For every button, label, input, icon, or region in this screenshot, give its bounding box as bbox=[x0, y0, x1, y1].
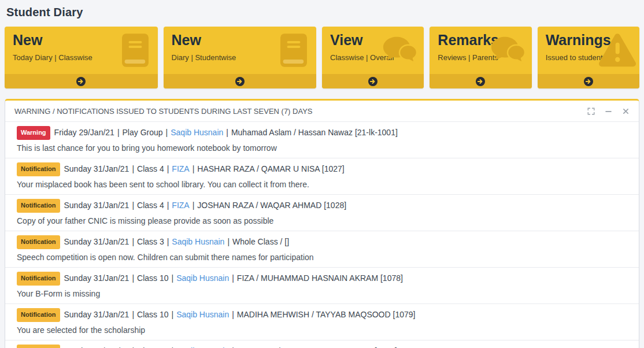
entry-student: JOSHAN RAZA / WAQAR AHMAD [1028] bbox=[197, 201, 346, 210]
separator: | bbox=[163, 128, 171, 137]
arrow-circle-right-icon bbox=[584, 77, 593, 86]
book-icon bbox=[277, 32, 310, 68]
notification-row: NotificationSunday 31/Jan/21|Class 10|Sa… bbox=[5, 267, 639, 303]
status-badge-notification: Notification bbox=[17, 272, 60, 286]
arrow-circle-right-icon bbox=[368, 77, 377, 86]
entry-date: Friday 29/Jan/21 bbox=[54, 128, 114, 137]
warnings-panel: WARNING / NOTIFICATIONS ISSUED TO STUDEN… bbox=[5, 99, 639, 348]
separator: | bbox=[229, 310, 237, 319]
entry-teacher-link[interactable]: FIZA bbox=[172, 201, 189, 210]
separator: | bbox=[168, 310, 176, 319]
warnings-panel-header: WARNING / NOTIFICATIONS ISSUED TO STUDEN… bbox=[5, 101, 639, 121]
arrow-circle-right-icon bbox=[235, 77, 245, 86]
close-icon[interactable] bbox=[622, 108, 630, 115]
status-badge-notification: Notification bbox=[17, 345, 60, 348]
comments-icon bbox=[490, 36, 526, 66]
separator: | bbox=[129, 164, 137, 173]
arrow-circle-right-icon bbox=[476, 77, 485, 86]
separator: | bbox=[190, 164, 198, 173]
card-go-button[interactable] bbox=[430, 74, 531, 88]
action-cards-row: New Today Diary | Classwise bbox=[5, 27, 639, 88]
warnings-panel-title: WARNING / NOTIFICATIONS ISSUED TO STUDEN… bbox=[14, 107, 587, 116]
card-go-button[interactable] bbox=[538, 74, 639, 88]
entry-class: Class 10 bbox=[137, 273, 168, 283]
separator: | bbox=[114, 128, 123, 137]
separator: | bbox=[129, 237, 137, 246]
separator: | bbox=[229, 273, 237, 283]
entry-student: HASHAR RAZA / QAMAR U NISA [1027] bbox=[197, 164, 344, 173]
entry-class: Class 10 bbox=[137, 310, 168, 319]
entry-message: Your misplaced book has been sent to sch… bbox=[17, 180, 630, 189]
separator: | bbox=[129, 201, 137, 210]
warning-triangle-icon bbox=[599, 34, 636, 67]
page-title: Student Diary bbox=[6, 6, 639, 19]
separator: | bbox=[164, 237, 172, 246]
entry-date: Sunday 31/Jan/21 bbox=[64, 201, 129, 210]
student-diary-page: Student Diary New Today Diary | Classwis… bbox=[0, 0, 644, 348]
entry-message: Your B-Form is missing bbox=[17, 289, 630, 298]
card-warnings-issued[interactable]: Warnings Issued to students bbox=[538, 27, 639, 88]
status-badge-notification: Notification bbox=[17, 162, 60, 176]
entry-teacher-link[interactable]: Saqib Husnain bbox=[176, 310, 229, 319]
entry-date: Sunday 31/Jan/21 bbox=[64, 310, 129, 319]
notification-row: NotificationSunday 31/Jan/21|Class 4|FIZ… bbox=[5, 158, 639, 194]
notification-row: NotificationSunday 31/Jan/21|Class 4|FIZ… bbox=[5, 194, 639, 231]
status-badge-notification: Notification bbox=[17, 308, 60, 322]
card-remarks-reviews-parents[interactable]: Remarks Reviews | Parents bbox=[430, 27, 531, 88]
entry-teacher-link[interactable]: Saqib Husnain bbox=[176, 273, 229, 283]
separator: | bbox=[129, 310, 137, 319]
card-go-button[interactable] bbox=[164, 74, 317, 88]
notification-row: NotificationSunday 31/Jan/21|Class 10|Sa… bbox=[5, 340, 639, 348]
entry-date: Sunday 31/Jan/21 bbox=[64, 273, 129, 283]
entry-class: Play Group bbox=[123, 128, 163, 137]
entry-student: Whole Class / [] bbox=[232, 237, 289, 246]
entry-class: Class 4 bbox=[137, 164, 164, 173]
card-go-button[interactable] bbox=[5, 74, 158, 88]
separator: | bbox=[190, 201, 198, 210]
minimize-icon[interactable] bbox=[605, 108, 612, 115]
separator: | bbox=[168, 273, 176, 283]
entry-student: MADIHA MEHWISH / TAYYAB MAQSOOD [1079] bbox=[237, 310, 416, 319]
separator: | bbox=[164, 164, 172, 173]
card-go-button[interactable] bbox=[322, 74, 424, 88]
entry-message: This is last chance for you to bring you… bbox=[17, 143, 630, 153]
book-icon bbox=[119, 32, 152, 68]
entry-teacher-link[interactable]: Saqib Husnain bbox=[172, 237, 224, 246]
arrow-circle-right-icon bbox=[76, 77, 86, 86]
notification-row: NotificationSunday 31/Jan/21|Class 3|Saq… bbox=[5, 231, 639, 267]
entry-teacher-link[interactable]: Saqib Husnain bbox=[171, 128, 223, 137]
notification-row: WarningFriday 29/Jan/21|Play Group|Saqib… bbox=[5, 121, 639, 158]
status-badge-warning: Warning bbox=[17, 126, 50, 140]
entry-class: Class 4 bbox=[137, 201, 164, 210]
separator: | bbox=[223, 128, 231, 137]
entry-date: Sunday 31/Jan/21 bbox=[64, 237, 129, 246]
entry-message: Speech competition is open now. Children… bbox=[17, 253, 630, 262]
separator: | bbox=[129, 273, 137, 283]
entry-message: Copy of your father CNIC is missing plea… bbox=[17, 216, 630, 225]
card-view-classwise-overall[interactable]: View Classwise | Overall bbox=[322, 27, 424, 88]
card-new-today-diary-classwise[interactable]: New Today Diary | Classwise bbox=[5, 27, 158, 88]
comments-icon bbox=[382, 36, 418, 66]
status-badge-notification: Notification bbox=[17, 235, 60, 249]
expand-icon[interactable] bbox=[587, 108, 595, 115]
entry-student: FIZA / MUHAMMAD HASNAIN AKRAM [1078] bbox=[237, 273, 403, 283]
entry-date: Sunday 31/Jan/21 bbox=[64, 164, 129, 173]
entry-student: Muhamad Aslam / Hassan Nawaz [21-lk-1001… bbox=[231, 128, 398, 137]
entry-teacher-link[interactable]: FIZA bbox=[172, 164, 189, 173]
card-new-diary-studentwise[interactable]: New Diary | Studentwise bbox=[164, 27, 317, 88]
separator: | bbox=[224, 237, 232, 246]
separator: | bbox=[164, 201, 172, 210]
entry-message: You are selected for the scholarship bbox=[17, 325, 630, 335]
entry-class: Class 3 bbox=[137, 237, 164, 246]
notification-row: NotificationSunday 31/Jan/21|Class 10|Sa… bbox=[5, 303, 639, 340]
status-badge-notification: Notification bbox=[17, 199, 60, 213]
panel-window-controls bbox=[587, 108, 630, 115]
